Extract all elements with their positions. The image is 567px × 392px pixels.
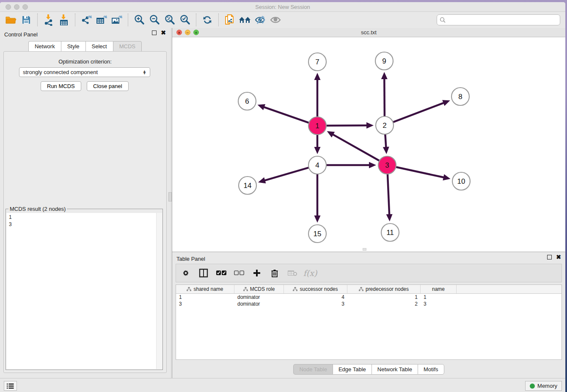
tab-mcds[interactable]: MCDS	[113, 41, 142, 52]
cell-name[interactable]: 3	[421, 301, 457, 307]
edge-arrowhead	[386, 214, 393, 221]
delete-column-button[interactable]	[269, 268, 280, 279]
horizontal-splitter-grip[interactable]	[363, 248, 366, 251]
graph-node-label: 6	[245, 97, 249, 105]
edge-2-9[interactable]	[384, 78, 385, 116]
cell-mcds-role[interactable]: dominator	[234, 301, 284, 307]
open-file-button[interactable]	[3, 13, 19, 27]
search-input[interactable]	[448, 16, 557, 24]
first-neighbors-icon	[239, 15, 251, 25]
delete-table-button[interactable]	[287, 268, 298, 279]
zoom-in-button[interactable]	[132, 13, 147, 27]
graph-node-label: 3	[385, 161, 389, 169]
task-history-button[interactable]	[4, 381, 17, 391]
first-neighbors-button[interactable]	[237, 13, 253, 27]
column-header-successor-nodes[interactable]: successor nodes	[284, 285, 347, 293]
run-mcds-button[interactable]: Run MCDS	[41, 81, 81, 91]
refresh-button[interactable]	[200, 13, 215, 27]
edge-arrowhead	[383, 147, 389, 154]
show-all-button[interactable]	[268, 13, 283, 27]
edge-2-3[interactable]	[385, 134, 386, 148]
control-panel-close-icon[interactable]: ✖	[161, 30, 166, 35]
columns-icon	[199, 268, 208, 278]
edge-1-2[interactable]	[326, 125, 367, 126]
cell-predecessor-nodes[interactable]: 2	[347, 301, 421, 307]
cell-mcds-role[interactable]: dominator	[234, 294, 284, 300]
memory-label: Memory	[537, 383, 557, 389]
edge-4-14[interactable]	[264, 168, 308, 181]
optimization-criterion-select[interactable]: strongly connected component ▲▼	[19, 67, 150, 77]
tab-motifs[interactable]: Motifs	[418, 364, 444, 375]
table-panel-float-icon[interactable]	[547, 255, 552, 259]
tab-node-table[interactable]: Node Table	[293, 364, 333, 375]
unchecked-boxes-icon	[234, 270, 245, 276]
save-session-button[interactable]	[19, 13, 34, 27]
edge-1-6[interactable]	[264, 107, 309, 123]
edge-3-11[interactable]	[388, 174, 389, 215]
edge-2-8[interactable]	[393, 103, 444, 122]
cell-name[interactable]: 1	[421, 294, 457, 300]
tab-select[interactable]: Select	[85, 41, 113, 52]
network-canvas[interactable]: 1234678910111415	[172, 37, 565, 251]
control-panel-title: Control Panel	[4, 31, 38, 38]
column-header-predecessor-nodes[interactable]: predecessor nodes	[347, 285, 421, 293]
zoom-out-button[interactable]	[147, 13, 162, 27]
graph-node-label: 11	[386, 229, 394, 237]
graph-node-label: 4	[315, 161, 319, 169]
table-row[interactable]: 1 dominator 4 1 1	[176, 294, 561, 301]
refresh-icon	[202, 14, 213, 25]
list-icon	[7, 383, 14, 389]
splitter-grip[interactable]	[168, 192, 172, 202]
cell-shared-name[interactable]: 3	[176, 301, 234, 307]
mcds-result-list[interactable]: 1 3	[6, 213, 156, 369]
network-view-window: × − + scc.txt 1234678910111415	[172, 28, 565, 251]
zoom-fit-button[interactable]	[162, 13, 177, 27]
mcds-result-scrollbar[interactable]	[156, 213, 162, 369]
create-column-button[interactable]	[251, 268, 262, 279]
graph-node-label: 1	[315, 122, 319, 130]
control-panel: Control Panel ✖ Network Style Select MCD…	[0, 28, 170, 378]
export-table-button[interactable]	[94, 13, 109, 27]
edge-3-10[interactable]	[396, 167, 444, 177]
zoom-selected-button[interactable]	[177, 13, 193, 27]
mcds-result-line: 1	[9, 214, 154, 221]
toolbar-separator	[37, 14, 38, 26]
tab-style[interactable]: Style	[61, 41, 85, 52]
show-columns-button[interactable]	[198, 268, 209, 279]
import-network-button[interactable]	[41, 13, 56, 27]
function-builder-button[interactable]: f(x)	[305, 268, 316, 279]
select-all-button[interactable]	[216, 268, 227, 279]
import-network-icon	[43, 14, 54, 26]
cell-successor-nodes[interactable]: 3	[284, 301, 347, 307]
column-header-mcds-role[interactable]: MCDS role	[234, 285, 284, 293]
deselect-all-button[interactable]	[234, 268, 245, 279]
column-header-shared-name[interactable]: shared name	[176, 285, 234, 293]
import-table-button[interactable]	[56, 13, 72, 27]
search-icon	[440, 17, 446, 23]
select-stepper-icon: ▲▼	[143, 70, 146, 75]
main-toolbar	[0, 12, 565, 28]
table-row[interactable]: 3 dominator 3 2 3	[176, 301, 561, 307]
column-header-name[interactable]: name	[421, 285, 457, 293]
edge-3-1[interactable]	[333, 134, 380, 161]
table-toolbar: f(x)	[176, 264, 562, 282]
memory-button[interactable]: Memory	[525, 381, 562, 391]
close-panel-button[interactable]: Close panel	[87, 81, 129, 91]
cell-predecessor-nodes[interactable]: 1	[347, 294, 421, 300]
control-panel-float-icon[interactable]	[152, 30, 157, 35]
table-settings-button[interactable]	[180, 268, 191, 279]
plus-icon	[253, 269, 261, 277]
table-panel-close-icon[interactable]: ✖	[556, 255, 561, 259]
tab-network-table[interactable]: Network Table	[372, 364, 418, 375]
network-graph: 1234678910111415	[172, 37, 565, 251]
toolbar-separator	[218, 14, 219, 26]
export-network-button[interactable]	[79, 13, 94, 27]
content-area: Control Panel ✖ Network Style Select MCD…	[0, 28, 565, 378]
clone-network-button[interactable]	[222, 13, 237, 27]
tab-network[interactable]: Network	[28, 41, 61, 52]
cell-successor-nodes[interactable]: 4	[284, 294, 347, 300]
hide-selected-button[interactable]	[253, 13, 268, 27]
cell-shared-name[interactable]: 1	[176, 294, 234, 300]
export-image-button[interactable]	[109, 13, 124, 27]
tab-edge-table[interactable]: Edge Table	[333, 364, 372, 375]
